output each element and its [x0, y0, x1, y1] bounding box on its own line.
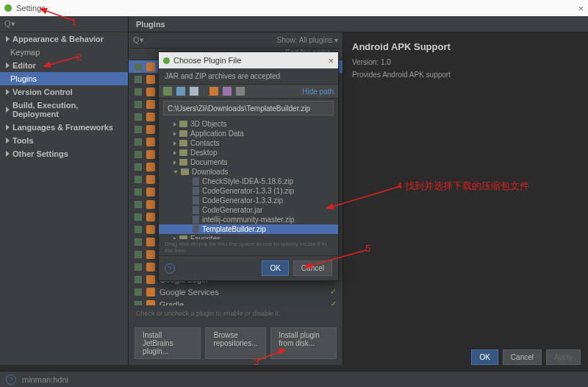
refresh-icon[interactable]	[223, 87, 232, 96]
help-icon[interactable]: ?	[6, 374, 16, 385]
plugin-checkbox[interactable]	[135, 126, 142, 133]
plugin-checkbox[interactable]	[135, 201, 142, 208]
plugin-checkbox[interactable]	[135, 238, 142, 246]
delete-icon[interactable]	[209, 87, 218, 96]
plugin-icon	[146, 263, 155, 271]
plugin-checkbox[interactable]	[135, 88, 142, 96]
dialog-cancel-button[interactable]: Cancel	[293, 260, 332, 276]
plugin-checkbox[interactable]	[135, 251, 142, 258]
chevron-icon[interactable]	[173, 171, 178, 174]
tree-item[interactable]: Downloads	[159, 167, 338, 177]
dialog-icon	[163, 57, 170, 64]
check-icon: ✓	[330, 299, 337, 305]
file-icon	[193, 225, 199, 233]
chevron-icon[interactable]	[173, 151, 176, 155]
tree-item[interactable]: Application Data	[159, 129, 338, 138]
tree-item[interactable]: 3D Objects	[159, 119, 338, 129]
settings-apply-button[interactable]: Apply	[546, 349, 581, 365]
settings-cancel-button[interactable]: Cancel	[503, 349, 542, 365]
plugin-checkbox[interactable]	[135, 113, 142, 121]
plugin-checkbox[interactable]	[135, 151, 142, 158]
sidebar-item-tools[interactable]: Tools	[0, 134, 128, 147]
show-filter[interactable]: All plugins ▾	[299, 36, 338, 44]
status-bar: ? minman:hdni	[0, 371, 588, 387]
folder-icon	[181, 168, 189, 175]
sidebar-item-plugins[interactable]: Plugins	[0, 72, 128, 85]
chevron-icon[interactable]	[173, 132, 176, 136]
tree-item[interactable]: CodeGenerator-1.3.3.zip	[159, 196, 338, 205]
dialog-close-icon[interactable]: ×	[328, 55, 334, 66]
plugin-row[interactable]: Gradle✓	[129, 298, 343, 305]
sidebar-item-appearance-behavior[interactable]: Appearance & Behavior	[0, 32, 128, 46]
hidden-icon[interactable]	[236, 87, 245, 96]
plugin-checkbox[interactable]	[135, 288, 142, 296]
file-icon	[193, 216, 199, 224]
chevron-icon[interactable]	[173, 160, 176, 165]
sidebar-item-languages-frameworks[interactable]: Languages & Frameworks	[0, 121, 128, 134]
folder-icon	[179, 121, 187, 127]
plugin-icon	[146, 250, 155, 259]
plugin-icon	[146, 225, 155, 234]
plugin-checkbox[interactable]	[135, 263, 142, 271]
tree-item[interactable]: Documents	[159, 157, 338, 167]
tree-item[interactable]: CheckStyle-IDEA-5.18.6.zip	[159, 177, 338, 186]
dialog-help-icon[interactable]: ?	[165, 263, 175, 274]
tree-item[interactable]: TemplateBuilder.zip	[159, 224, 338, 234]
tree-item[interactable]: CodeGenerator-1.3.3 (1).zip	[159, 186, 338, 196]
plugin-details: Android APK Support Version: 1.0 Provide…	[343, 32, 588, 365]
file-icon	[193, 187, 199, 195]
hide-path-link[interactable]: Hide path	[302, 88, 334, 96]
module-icon[interactable]	[176, 87, 185, 96]
plugin-checkbox[interactable]	[135, 188, 142, 196]
tree-item[interactable]: Desktop	[159, 148, 338, 157]
browse-repos-button[interactable]: Browse repositories...	[205, 327, 266, 359]
sidebar-item-editor[interactable]: Editor	[0, 59, 128, 72]
plugin-icon	[146, 213, 155, 221]
plugin-checkbox[interactable]	[135, 226, 142, 233]
plugin-icon	[146, 238, 155, 246]
plugin-checkbox[interactable]	[135, 76, 142, 83]
close-icon[interactable]: ×	[578, 3, 584, 14]
plugin-checkbox[interactable]	[135, 138, 142, 146]
tree-item[interactable]: intellij-community-master.zip	[159, 215, 338, 224]
dialog-title-text: Choose Plugin File	[173, 56, 241, 65]
plugin-icon	[146, 288, 155, 297]
folder-icon[interactable]	[190, 87, 198, 96]
settings-ok-button[interactable]: OK	[471, 349, 498, 365]
plugin-icon	[146, 100, 155, 109]
plugin-checkbox[interactable]	[135, 276, 142, 283]
plugin-checkbox[interactable]	[135, 213, 142, 221]
plugin-icon	[146, 163, 155, 171]
sidebar-item-keymap[interactable]: Keymap	[0, 46, 128, 59]
chevron-icon[interactable]	[173, 141, 176, 146]
status-text: minman:hdni	[22, 375, 68, 384]
folder-icon	[179, 130, 187, 137]
tree-item[interactable]: Favorites	[159, 234, 338, 239]
sidebar-search[interactable]: Q▾	[0, 16, 128, 32]
path-input[interactable]: C:\Users\Zii\Downloads\TemplateBuilder.z…	[163, 101, 334, 116]
plugin-checkbox[interactable]	[135, 101, 142, 108]
sidebar-item-build-execution-deployment[interactable]: Build, Execution, Deployment	[0, 99, 128, 121]
plugin-icon	[146, 150, 155, 159]
plugin-icon	[146, 275, 155, 284]
folder-icon	[179, 159, 187, 166]
plugin-icon	[146, 175, 155, 184]
home-icon[interactable]	[163, 87, 172, 96]
dialog-ok-button[interactable]: OK	[262, 260, 288, 276]
plugin-search[interactable]: Q▾	[133, 35, 144, 45]
sidebar-item-other-settings[interactable]: Other Settings	[0, 147, 128, 160]
plugin-checkbox[interactable]	[135, 176, 142, 183]
install-jetbrains-button[interactable]: Install JetBrains plugin...	[135, 327, 201, 359]
install-from-disk-button[interactable]: Install plugin from disk...	[270, 327, 337, 359]
tree-item[interactable]: Contacts	[159, 138, 338, 148]
chevron-icon[interactable]	[173, 122, 176, 127]
sidebar-item-version-control[interactable]: Version Control	[0, 85, 128, 99]
plugin-checkbox[interactable]	[135, 163, 142, 171]
detail-title: Android APK Support	[352, 41, 579, 52]
plugin-icon	[146, 75, 155, 84]
detail-desc: Provides Android APK support	[352, 71, 579, 79]
plugin-row[interactable]: Google Services✓	[129, 285, 343, 298]
plugin-icon	[146, 63, 155, 71]
plugin-checkbox[interactable]	[135, 63, 142, 71]
tree-item[interactable]: CodeGenerator.jar	[159, 205, 338, 215]
